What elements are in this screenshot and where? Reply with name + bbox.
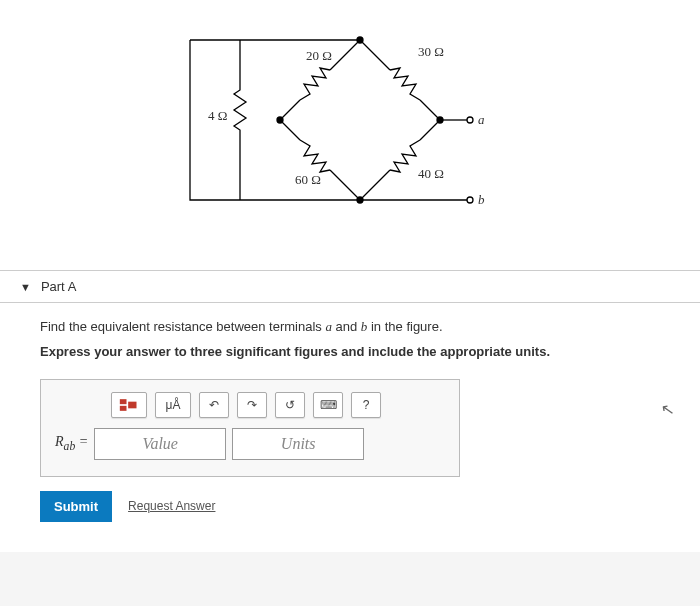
- part-header[interactable]: ▼ Part A: [0, 270, 700, 303]
- svg-rect-7: [120, 405, 127, 410]
- reset-button[interactable]: ↺: [275, 392, 305, 418]
- undo-button[interactable]: ↶: [199, 392, 229, 418]
- value-input[interactable]: Value: [94, 428, 226, 460]
- svg-point-5: [467, 197, 473, 203]
- help-button[interactable]: ?: [351, 392, 381, 418]
- answer-box: μÅ ↶ ↷ ↺ ⌨ ? Rab = Value Units: [40, 379, 460, 477]
- keyboard-button[interactable]: ⌨: [313, 392, 343, 418]
- svg-rect-8: [128, 401, 136, 408]
- resistor-label-40: 40 Ω: [418, 166, 444, 182]
- resistor-label-30: 30 Ω: [418, 44, 444, 60]
- circuit-diagram: 4 Ω 20 Ω 30 Ω 60 Ω 40 Ω a b: [170, 20, 520, 220]
- svg-point-4: [467, 117, 473, 123]
- collapse-caret-icon: ▼: [20, 281, 31, 293]
- resistor-label-4: 4 Ω: [208, 108, 227, 124]
- templates-button[interactable]: [111, 392, 147, 418]
- resistor-label-20: 20 Ω: [306, 48, 332, 64]
- units-input[interactable]: Units: [232, 428, 364, 460]
- terminal-a: a: [478, 112, 485, 128]
- part-label: Part A: [41, 279, 76, 294]
- submit-button[interactable]: Submit: [40, 491, 112, 522]
- instructions: Find the equivalent resistance between t…: [0, 303, 700, 369]
- redo-button[interactable]: ↷: [237, 392, 267, 418]
- resistor-label-60: 60 Ω: [295, 172, 321, 188]
- terminal-b: b: [478, 192, 485, 208]
- svg-rect-6: [120, 399, 127, 404]
- answer-lhs: Rab =: [55, 434, 88, 453]
- special-chars-button[interactable]: μÅ: [155, 392, 191, 418]
- request-answer-link[interactable]: Request Answer: [128, 499, 215, 513]
